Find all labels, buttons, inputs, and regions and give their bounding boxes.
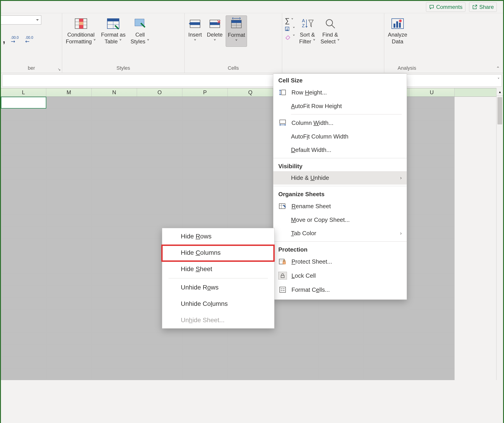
cell[interactable]	[92, 368, 137, 380]
cell[interactable]	[182, 132, 228, 144]
cell[interactable]	[1, 321, 46, 333]
cell[interactable]	[182, 120, 228, 132]
cell[interactable]	[228, 132, 273, 144]
cell[interactable]	[409, 215, 455, 227]
cell[interactable]	[46, 132, 92, 144]
cell[interactable]	[92, 274, 137, 286]
cell[interactable]	[182, 156, 228, 168]
cell[interactable]	[1, 297, 46, 309]
cell[interactable]	[92, 97, 137, 109]
cell[interactable]	[92, 239, 137, 250]
cell[interactable]	[364, 356, 409, 368]
cell[interactable]	[182, 97, 228, 109]
cell[interactable]	[1, 250, 46, 262]
cell[interactable]	[46, 274, 92, 286]
cell[interactable]	[46, 191, 92, 203]
menu-default-width[interactable]: Default Width...	[273, 143, 407, 157]
cell[interactable]	[92, 168, 137, 179]
cell[interactable]	[409, 168, 455, 179]
fill-button[interactable]: ˅	[284, 26, 296, 33]
cell[interactable]	[228, 97, 273, 109]
cell[interactable]	[364, 368, 409, 380]
menu-tab-color[interactable]: Tab Color ›	[273, 227, 407, 240]
col-O[interactable]: O	[137, 88, 182, 97]
col-P[interactable]: P	[182, 88, 228, 97]
cell[interactable]	[137, 168, 182, 179]
cell[interactable]	[46, 321, 92, 333]
cell[interactable]	[137, 144, 182, 156]
cell[interactable]	[228, 109, 273, 120]
cell[interactable]	[228, 156, 273, 168]
cell[interactable]	[182, 333, 228, 345]
submenu-hide-columns[interactable]: Hide Columns	[162, 245, 274, 261]
cell[interactable]	[409, 309, 455, 321]
cell[interactable]	[409, 239, 455, 250]
cell[interactable]	[46, 309, 92, 321]
menu-protect-sheet[interactable]: Protect Sheet...	[273, 255, 407, 269]
cell[interactable]	[92, 144, 137, 156]
cell[interactable]	[46, 286, 92, 297]
submenu-hide-sheet[interactable]: Hide Sheet	[162, 261, 274, 277]
cell[interactable]	[92, 156, 137, 168]
cell[interactable]	[228, 191, 273, 203]
cell[interactable]	[1, 156, 46, 168]
insert-button[interactable]: Insert˅	[186, 15, 204, 46]
cell[interactable]	[1, 309, 46, 321]
cell[interactable]	[409, 345, 455, 356]
cell[interactable]	[46, 203, 92, 215]
cell[interactable]	[92, 120, 137, 132]
cell[interactable]	[92, 321, 137, 333]
cell[interactable]	[137, 345, 182, 356]
cell[interactable]	[1, 262, 46, 274]
cell[interactable]	[1, 368, 46, 380]
cell[interactable]	[1, 215, 46, 227]
cell[interactable]	[92, 215, 137, 227]
col-U[interactable]: U	[409, 88, 455, 97]
cell[interactable]	[364, 345, 409, 356]
cell[interactable]	[409, 250, 455, 262]
scroll-up-icon[interactable]: ▴	[497, 88, 503, 96]
cell[interactable]	[92, 309, 137, 321]
cell[interactable]	[182, 215, 228, 227]
cell[interactable]	[46, 109, 92, 120]
cell[interactable]	[46, 97, 92, 109]
col-N[interactable]: N	[92, 88, 137, 97]
cell[interactable]	[273, 356, 318, 368]
cell[interactable]	[409, 109, 455, 120]
collapse-ribbon-icon[interactable]: ⌃	[496, 66, 500, 71]
cell[interactable]	[137, 333, 182, 345]
analyze-data-button[interactable]: AnalyzeData	[386, 15, 409, 46]
cell[interactable]	[137, 356, 182, 368]
menu-lock-cell[interactable]: Lock Cell	[273, 269, 407, 283]
cell[interactable]	[46, 345, 92, 356]
cell[interactable]	[228, 144, 273, 156]
cell[interactable]	[409, 227, 455, 239]
menu-move-copy[interactable]: Move or Copy Sheet...	[273, 213, 407, 227]
cell[interactable]	[318, 321, 364, 333]
cell[interactable]	[92, 297, 137, 309]
cell[interactable]	[46, 356, 92, 368]
cell[interactable]	[137, 203, 182, 215]
share-button[interactable]: Share	[469, 2, 497, 12]
cell[interactable]	[228, 356, 273, 368]
cell[interactable]	[46, 156, 92, 168]
format-button[interactable]: Format˅	[226, 15, 247, 47]
cell[interactable]	[318, 345, 364, 356]
decrease-decimal-button[interactable]: .00.0	[24, 35, 34, 45]
comments-button[interactable]: Comments	[426, 2, 465, 12]
menu-format-cells[interactable]: Format Cells...	[273, 283, 407, 297]
cell[interactable]	[409, 156, 455, 168]
cell[interactable]	[137, 191, 182, 203]
cell[interactable]	[46, 368, 92, 380]
cell[interactable]	[364, 321, 409, 333]
cell[interactable]	[409, 262, 455, 274]
increase-decimal-button[interactable]: .00.0	[10, 35, 20, 45]
submenu-unhide-columns[interactable]: Unhide Columns	[162, 296, 274, 312]
cell[interactable]	[92, 356, 137, 368]
cell[interactable]	[92, 345, 137, 356]
menu-row-height[interactable]: Row Height...	[273, 85, 407, 99]
cell[interactable]	[409, 274, 455, 286]
cell[interactable]	[364, 333, 409, 345]
menu-rename-sheet[interactable]: Rename Sheet	[273, 199, 407, 213]
cell[interactable]	[182, 356, 228, 368]
